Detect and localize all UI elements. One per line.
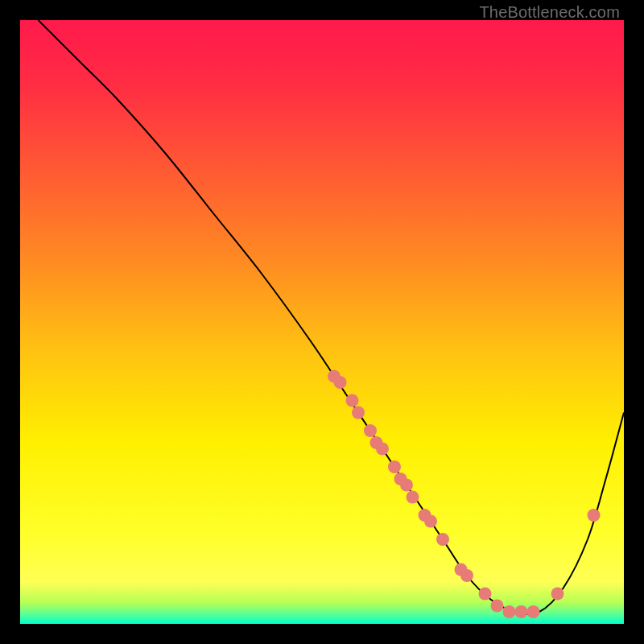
curve-marker xyxy=(551,588,564,601)
curve-marker xyxy=(376,443,389,456)
chart-frame xyxy=(20,20,624,624)
curve-marker xyxy=(407,491,419,504)
watermark-text: TheBottleneck.com xyxy=(479,3,620,22)
curve-marker xyxy=(400,479,413,492)
curve-marker xyxy=(527,605,540,618)
curve-marker xyxy=(503,605,516,618)
curve-marker xyxy=(436,533,449,546)
curve-marker xyxy=(346,394,359,407)
curve-marker xyxy=(388,460,401,473)
curve-marker xyxy=(491,600,504,613)
chart-background xyxy=(20,20,624,624)
curve-marker xyxy=(364,424,377,437)
curve-marker xyxy=(515,605,528,618)
curve-marker xyxy=(334,376,347,389)
chart-canvas xyxy=(20,20,624,624)
curve-marker xyxy=(460,569,473,582)
curve-marker xyxy=(479,588,492,601)
curve-marker xyxy=(424,515,437,528)
curve-marker xyxy=(352,407,365,419)
curve-marker xyxy=(588,509,601,522)
